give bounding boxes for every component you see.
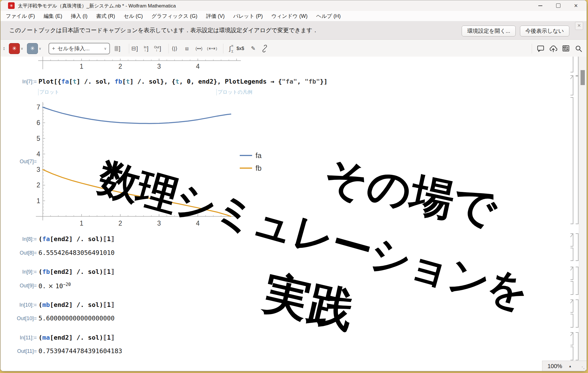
- integral-typeset-icon[interactable]: ∫πΣ: [226, 43, 234, 54]
- chevron-down-icon: ∨: [104, 47, 107, 51]
- chevron-down-icon[interactable]: ∨: [21, 47, 23, 51]
- menu-item-insert[interactable]: 挿入 (I): [71, 13, 88, 20]
- menu-item-file[interactable]: ファイル (F): [6, 13, 35, 20]
- cell-style-icon[interactable]: ]: [113, 43, 122, 54]
- vertical-scrollbar[interactable]: [579, 57, 587, 361]
- documentation-icon[interactable]: [562, 43, 570, 54]
- notification-bar: このノートブックは日本語でコードキャプションを表示しています．表示設定は環境設定…: [1, 21, 587, 40]
- maximize-button[interactable]: [549, 0, 567, 11]
- menu-item-window[interactable]: ウィンドウ (W): [271, 13, 307, 20]
- menu-item-help[interactable]: ヘルプ (H): [316, 13, 341, 20]
- menu-item-cell[interactable]: セル (C): [124, 13, 143, 20]
- notebook-content[interactable]: 123412341234567fafb In[7]:= Plot[{fa[t] …: [1, 57, 587, 371]
- magnification-control[interactable]: 100% ▲ ⋱: [542, 361, 587, 371]
- open-preferences-button[interactable]: 環境設定を開く...: [462, 26, 516, 36]
- plus-icon: +: [52, 45, 55, 52]
- draw-icon[interactable]: ✎: [249, 43, 258, 54]
- text-cursor-icon[interactable]: ⟨|⟩: [170, 43, 179, 54]
- evaluate-spikey-icon[interactable]: ✳: [9, 43, 20, 54]
- window-title: 太平洋戦争モデル（真珠湾後）_新システム.nb * - Wolfram Math…: [18, 3, 176, 9]
- search-icon[interactable]: [574, 43, 583, 54]
- comment-icon[interactable]: [536, 43, 545, 54]
- scrollbar-thumb[interactable]: [581, 70, 585, 85]
- zoom-menu-arrow-icon[interactable]: ▲: [568, 364, 572, 368]
- title-bar[interactable]: ✳ 太平洋戦争モデル（真珠湾後）_新システム.nb * - Wolfram Ma…: [1, 0, 587, 11]
- minimize-button[interactable]: [531, 0, 549, 11]
- mathematica-spikey-icon: ✳: [8, 2, 15, 9]
- close-icon: ×: [574, 3, 578, 9]
- menu-item-evaluation[interactable]: 評価 (V): [206, 13, 225, 20]
- cell-group-icon[interactable]: ⊟]: [130, 43, 139, 54]
- maximize-icon: [556, 3, 560, 8]
- toolbar-dock-handle-icon[interactable]: ▲▼: [3, 47, 5, 51]
- out-cell-icon[interactable]: Out↓]: [153, 43, 162, 54]
- zoom-level[interactable]: 100%: [548, 363, 562, 370]
- menu-item-format[interactable]: 書式 (R): [96, 13, 115, 20]
- minimize-icon: [538, 5, 542, 6]
- notification-close-icon[interactable]: ✕: [575, 22, 583, 30]
- cloud-publish-icon[interactable]: [549, 43, 558, 54]
- menu-item-graphics[interactable]: グラフィックス (G): [152, 13, 198, 20]
- menu-item-edit[interactable]: 編集 (E): [44, 13, 62, 20]
- math-typeset-icon[interactable]: $x$: [236, 43, 245, 54]
- notification-message: このノートブックは日本語でコードキャプションを表示しています．表示設定は環境設定…: [9, 26, 318, 34]
- cell-insert-placeholder: セルを挿入...: [57, 45, 102, 52]
- style-spikey-icon[interactable]: ✳: [27, 43, 38, 54]
- hyperlink-icon[interactable]: [260, 43, 269, 54]
- menu-item-palettes[interactable]: パレット (P): [233, 13, 263, 20]
- toolbar: ▲▼ ✳ ∨ ✳ ∨ + セルを挿入... ∨ ] ⊟] In↓] Out↓] …: [1, 40, 587, 57]
- in-cell-icon[interactable]: In↓]: [142, 43, 150, 54]
- chevron-down-icon[interactable]: ∨: [39, 47, 41, 51]
- close-button[interactable]: ×: [567, 0, 585, 11]
- inline-cell-icon[interactable]: ⧈: [183, 43, 191, 54]
- ellipsis-cell-icon[interactable]: (•••): [195, 43, 203, 54]
- menu-bar: ファイル (F) 編集 (E) 挿入 (I) 書式 (R) セル (C) グラフ…: [1, 11, 587, 21]
- window-resize-grip-icon[interactable]: ⋱: [581, 366, 586, 371]
- cell-insert-combobox[interactable]: + セルを挿入... ∨: [49, 43, 110, 54]
- pattern-cell-icon[interactable]: (∗▪∗): [207, 43, 217, 54]
- mathematica-window: ✳ 太平洋戦争モデル（真珠湾後）_新システム.nb * - Wolfram Ma…: [0, 0, 587, 371]
- dismiss-notification-button[interactable]: 今後表示しない: [520, 26, 569, 36]
